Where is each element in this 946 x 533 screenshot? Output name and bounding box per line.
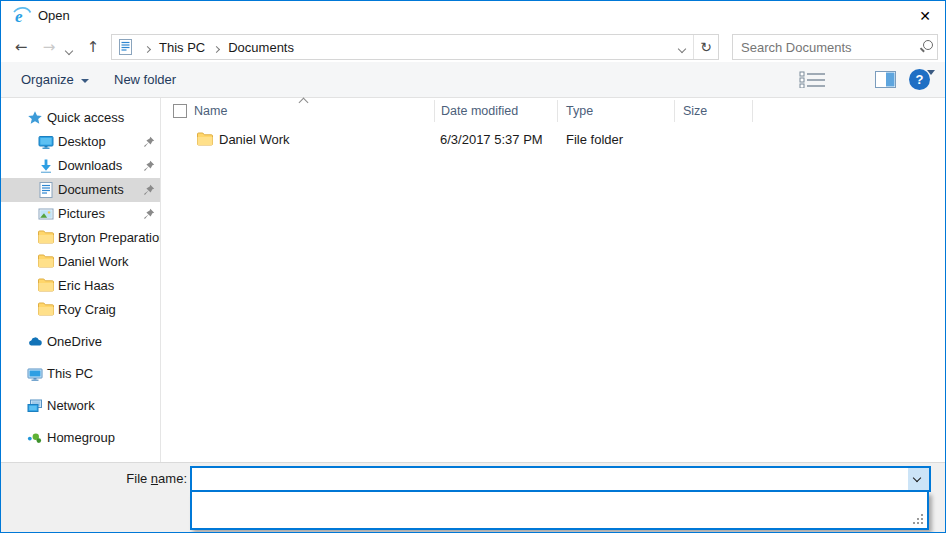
column-header-size[interactable]: Size xyxy=(683,98,707,124)
column-header-row: Name Date modified Type Size xyxy=(162,98,946,124)
column-header-type[interactable]: Type xyxy=(566,98,593,124)
file-name-dropdown-list[interactable] xyxy=(190,492,929,530)
sidebar-item-homegroup[interactable]: Homegroup xyxy=(1,426,160,450)
sidebar-item-eric-haas[interactable]: Eric Haas xyxy=(1,274,160,298)
window-title: Open xyxy=(38,1,70,31)
location-document-icon xyxy=(118,39,133,55)
address-dropdown-icon[interactable] xyxy=(671,40,693,55)
file-name-input[interactable] xyxy=(192,468,908,490)
this-pc-icon xyxy=(27,366,43,382)
pin-icon xyxy=(143,136,155,148)
organize-button[interactable]: Organize xyxy=(21,62,89,97)
sidebar-item-desktop[interactable]: Desktop xyxy=(1,130,160,154)
back-button[interactable]: ← xyxy=(9,34,33,60)
command-toolbar: Organize New folder ? xyxy=(1,62,945,98)
search-input[interactable] xyxy=(733,36,917,58)
desktop-icon xyxy=(38,134,54,150)
select-all-checkbox[interactable] xyxy=(173,104,187,118)
column-divider[interactable] xyxy=(674,100,675,122)
file-name-combobox xyxy=(190,466,931,492)
column-divider[interactable] xyxy=(752,100,753,122)
breadcrumb-chevron-icon xyxy=(214,40,219,55)
up-button[interactable]: ↑ xyxy=(81,34,105,60)
column-header-date-modified[interactable]: Date modified xyxy=(441,98,518,124)
sidebar-item-pictures[interactable]: Pictures xyxy=(1,202,160,226)
downloads-icon xyxy=(38,158,54,174)
folder-icon xyxy=(38,278,54,294)
preview-pane-button[interactable] xyxy=(875,71,896,88)
folder-icon xyxy=(38,230,54,246)
sidebar-item-quick-access[interactable]: Quick access xyxy=(1,106,160,130)
chevron-down-icon xyxy=(913,474,921,482)
sidebar-item-downloads[interactable]: Downloads xyxy=(1,154,160,178)
new-folder-button[interactable]: New folder xyxy=(114,62,176,97)
breadcrumb-documents[interactable]: Documents xyxy=(226,40,296,55)
network-icon xyxy=(27,398,43,414)
column-divider[interactable] xyxy=(434,100,435,122)
sort-ascending-icon xyxy=(299,98,309,108)
breadcrumb-chevron-icon xyxy=(145,40,150,55)
pin-icon xyxy=(143,160,155,172)
file-name-label: File name: xyxy=(1,466,187,492)
preview-pane-icon xyxy=(875,71,896,88)
file-date-modified: 6/3/2017 5:37 PM xyxy=(440,129,543,151)
address-bar[interactable]: This PC Documents ↻ xyxy=(111,34,719,60)
folder-icon xyxy=(38,302,54,318)
sidebar-item-roy-craig[interactable]: Roy Craig xyxy=(1,298,160,322)
navigation-bar: ← → ↑ This PC Documents ↻ xyxy=(1,31,945,62)
documents-icon xyxy=(38,182,54,198)
details-view-icon xyxy=(799,70,827,88)
pin-icon xyxy=(143,208,155,220)
breadcrumb-this-pc[interactable]: This PC xyxy=(157,40,207,55)
sidebar-item-this-pc[interactable]: This PC xyxy=(1,362,160,386)
quick-access-star-icon xyxy=(27,110,43,126)
column-divider[interactable] xyxy=(557,100,558,122)
search-box xyxy=(732,34,938,60)
title-bar: e Open ✕ xyxy=(1,1,945,31)
file-name: Daniel Work xyxy=(219,129,290,151)
pictures-icon xyxy=(38,206,54,222)
internet-explorer-icon: e xyxy=(12,6,32,26)
refresh-icon[interactable]: ↻ xyxy=(694,39,718,55)
sidebar-item-onedrive[interactable]: OneDrive xyxy=(1,330,160,354)
forward-button[interactable]: → xyxy=(37,34,61,60)
open-dialog-window: e Open ✕ ← → ↑ This PC Do xyxy=(0,0,946,533)
resize-grip[interactable] xyxy=(921,522,923,524)
homegroup-icon xyxy=(27,430,43,446)
change-view-button[interactable] xyxy=(799,70,841,90)
column-header-name[interactable]: Name xyxy=(194,98,227,124)
search-icon[interactable] xyxy=(917,37,937,57)
onedrive-cloud-icon xyxy=(27,334,43,350)
sidebar-item-daniel-work[interactable]: Daniel Work xyxy=(1,250,160,274)
help-button[interactable]: ? xyxy=(909,69,930,90)
footer-panel: File name: xyxy=(1,462,945,533)
file-type: File folder xyxy=(566,129,623,151)
main-area: Quick access Desktop Downloads xyxy=(1,98,946,462)
file-list: Name Date modified Type Size Daniel Work… xyxy=(162,98,946,462)
combobox-dropdown-button[interactable] xyxy=(908,468,929,490)
history-dropdown-icon[interactable] xyxy=(61,36,77,62)
folder-icon xyxy=(38,254,54,270)
close-icon[interactable]: ✕ xyxy=(912,4,938,28)
organize-dropdown-icon xyxy=(81,79,89,83)
file-row-daniel-work[interactable]: Daniel Work 6/3/2017 5:37 PM File folder xyxy=(162,129,946,151)
sidebar-item-network[interactable]: Network xyxy=(1,394,160,418)
pin-icon xyxy=(143,184,155,196)
sidebar-item-documents[interactable]: Documents xyxy=(1,178,160,202)
navigation-pane: Quick access Desktop Downloads xyxy=(1,98,161,462)
sidebar-item-bryton-preparation[interactable]: Bryton Preparation xyxy=(1,226,160,250)
folder-icon xyxy=(197,132,213,146)
